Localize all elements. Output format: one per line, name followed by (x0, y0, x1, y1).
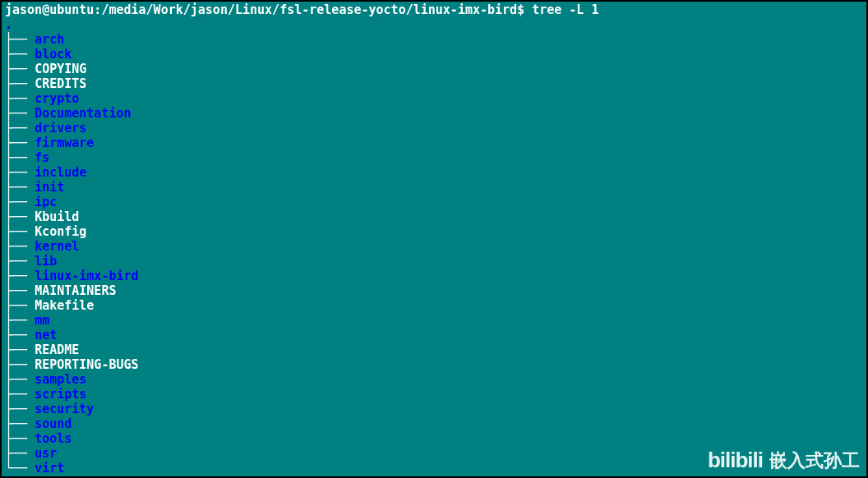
directory-name: usr (35, 446, 57, 461)
tree-entry: ├── drivers (5, 121, 863, 136)
tree-entry: ├── block (5, 47, 863, 62)
file-name: Kbuild (35, 209, 79, 224)
tree-entry: ├── samples (5, 372, 863, 387)
tree-branch-icon: ├── (5, 209, 35, 224)
tree-branch-icon: ├── (5, 180, 35, 195)
shell-command: tree -L 1 (532, 2, 598, 17)
directory-name: drivers (35, 121, 86, 136)
tree-branch-icon: ├── (5, 254, 35, 269)
tree-entry: ├── Kbuild (5, 209, 863, 224)
tree-branch-icon: ├── (5, 431, 35, 446)
tree-branch-icon: ├── (5, 121, 35, 136)
directory-name: sound (35, 416, 72, 431)
file-name: COPYING (35, 62, 86, 76)
file-name: README (35, 342, 79, 357)
directory-name: kernel (35, 239, 79, 254)
tree-branch-icon: ├── (5, 298, 35, 313)
tree-entry: ├── crypto (5, 91, 863, 106)
tree-branch-icon: ├── (5, 136, 35, 150)
tree-branch-icon: ├── (5, 313, 35, 328)
tree-branch-icon: ├── (5, 342, 35, 357)
tree-entry: ├── sound (5, 416, 863, 431)
directory-name: include (35, 165, 86, 180)
tree-branch-icon: ├── (5, 32, 35, 47)
tree-branch-icon: ├── (5, 165, 35, 180)
directory-name: mm (35, 313, 49, 328)
tree-entry: ├── fs (5, 150, 863, 165)
tree-list: ├── arch├── block├── COPYING├── CREDITS├… (5, 32, 863, 476)
directory-name: Documentation (35, 106, 131, 121)
tree-branch-icon: ├── (5, 106, 35, 121)
tree-entry: ├── security (5, 402, 863, 416)
tree-entry: ├── linux-imx-bird (5, 269, 863, 283)
file-name: REPORTING-BUGS (35, 357, 138, 372)
tree-entry: ├── Kconfig (5, 224, 863, 239)
tree-branch-icon: ├── (5, 387, 35, 402)
tree-branch-icon: ├── (5, 195, 35, 209)
tree-branch-icon: ├── (5, 283, 35, 298)
tree-branch-icon: ├── (5, 446, 35, 461)
tree-root: . (5, 17, 863, 32)
directory-name: scripts (35, 387, 86, 402)
tree-entry: ├── ipc (5, 195, 863, 209)
tree-entry: ├── Makefile (5, 298, 863, 313)
tree-branch-icon: ├── (5, 224, 35, 239)
tree-branch-icon: ├── (5, 372, 35, 387)
tree-entry: ├── firmware (5, 136, 863, 150)
tree-entry: ├── MAINTAINERS (5, 283, 863, 298)
tree-entry: ├── scripts (5, 387, 863, 402)
directory-name: linux-imx-bird (35, 269, 138, 283)
tree-branch-icon: ├── (5, 328, 35, 342)
directory-name: ipc (35, 195, 57, 209)
prompt-line: jason@ubuntu:/media/Work/jason/Linux/fsl… (5, 2, 863, 17)
tree-entry: ├── arch (5, 32, 863, 47)
directory-name: lib (35, 254, 57, 269)
tree-entry: ├── COPYING (5, 62, 863, 76)
tree-entry: ├── init (5, 180, 863, 195)
tree-branch-icon: ├── (5, 239, 35, 254)
tree-entry: ├── Documentation (5, 106, 863, 121)
file-name: CREDITS (35, 76, 86, 91)
tree-branch-icon: ├── (5, 47, 35, 62)
terminal-output[interactable]: jason@ubuntu:/media/Work/jason/Linux/fsl… (2, 2, 866, 476)
tree-branch-icon: └── (5, 461, 35, 476)
file-name: Makefile (35, 298, 94, 313)
directory-name: init (35, 180, 64, 195)
tree-branch-icon: ├── (5, 269, 35, 283)
tree-branch-icon: ├── (5, 76, 35, 91)
directory-name: arch (35, 32, 64, 47)
tree-branch-icon: ├── (5, 91, 35, 106)
file-name: MAINTAINERS (35, 283, 116, 298)
tree-branch-icon: ├── (5, 357, 35, 372)
tree-branch-icon: ├── (5, 402, 35, 416)
tree-entry: ├── lib (5, 254, 863, 269)
tree-entry: ├── CREDITS (5, 76, 863, 91)
directory-name: block (35, 47, 72, 62)
directory-name: crypto (35, 91, 79, 106)
shell-prompt: jason@ubuntu:/media/Work/jason/Linux/fsl… (5, 2, 532, 17)
directory-name: virt (35, 461, 64, 476)
tree-entry: ├── tools (5, 431, 863, 446)
directory-name: net (35, 328, 57, 342)
directory-name: firmware (35, 136, 94, 150)
bilibili-logo: bilibili (708, 448, 763, 473)
tree-entry: ├── net (5, 328, 863, 342)
tree-branch-icon: ├── (5, 416, 35, 431)
watermark-text: 嵌入式孙工 (769, 448, 860, 473)
file-name: Kconfig (35, 224, 86, 239)
directory-name: samples (35, 372, 86, 387)
directory-name: tools (35, 431, 72, 446)
tree-branch-icon: ├── (5, 150, 35, 165)
tree-branch-icon: ├── (5, 62, 35, 76)
tree-entry: ├── kernel (5, 239, 863, 254)
directory-name: fs (35, 150, 49, 165)
tree-entry: ├── include (5, 165, 863, 180)
tree-entry: ├── mm (5, 313, 863, 328)
tree-entry: ├── REPORTING-BUGS (5, 357, 863, 372)
watermark: bilibili 嵌入式孙工 (708, 448, 860, 473)
tree-entry: ├── README (5, 342, 863, 357)
directory-name: security (35, 402, 94, 416)
